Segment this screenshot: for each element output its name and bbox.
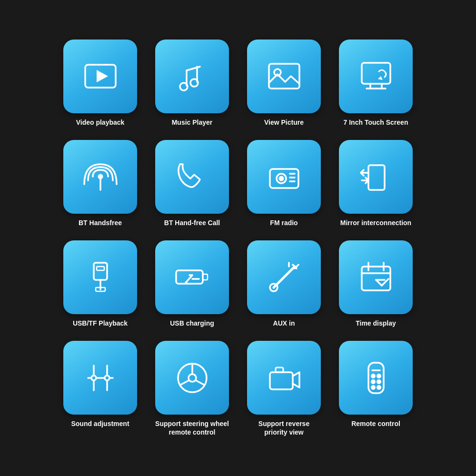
svg-rect-24 [94, 263, 107, 280]
svg-rect-21 [368, 165, 385, 190]
feature-label-usb-tf: USB/TF Playback [73, 319, 128, 327]
icon-box-usb-tf [63, 240, 137, 314]
feature-item-steering-wheel[interactable]: Support steering wheel remote control [153, 341, 231, 436]
feature-item-usb-tf[interactable]: USB/TF Playback [61, 240, 139, 327]
icon-box-video-playback [63, 40, 137, 113]
svg-rect-60 [276, 367, 283, 372]
svg-rect-38 [362, 267, 390, 290]
icon-box-usb-charging [155, 240, 229, 314]
svg-rect-61 [368, 363, 384, 393]
svg-line-4 [187, 67, 200, 70]
icon-box-remote-control [339, 341, 413, 415]
feature-item-bt-call[interactable]: BT Hand-free Call [153, 140, 231, 227]
icon-box-touch-screen [339, 40, 413, 113]
svg-line-30 [186, 275, 192, 283]
svg-point-63 [371, 374, 375, 377]
svg-line-43 [376, 280, 382, 286]
icon-box-reverse-view [247, 341, 321, 415]
svg-point-64 [377, 374, 380, 377]
icon-box-bt-call [155, 140, 229, 214]
svg-marker-1 [97, 70, 108, 82]
svg-line-58 [196, 380, 205, 385]
svg-rect-15 [270, 169, 298, 188]
icon-box-steering-wheel [155, 341, 229, 415]
svg-rect-59 [270, 372, 293, 389]
svg-rect-7 [269, 64, 299, 89]
feature-item-mirror[interactable]: Mirror interconnection [337, 140, 415, 227]
feature-item-time-display[interactable]: Time display [337, 240, 415, 327]
feature-label-mirror: Mirror interconnection [340, 218, 411, 227]
svg-point-5 [180, 83, 188, 90]
feature-label-video-playback: Video playback [76, 118, 125, 127]
icon-box-music-player [155, 40, 229, 113]
feature-label-touch-screen: 7 Inch Touch Screen [344, 118, 408, 127]
feature-item-bt-handsfree[interactable]: BT Handsfree [61, 140, 139, 227]
feature-label-usb-charging: USB charging [170, 319, 214, 327]
icon-box-time-display [339, 240, 413, 314]
feature-label-reverse-view: Support reverse priority view [247, 419, 321, 436]
svg-point-66 [377, 380, 380, 383]
feature-label-sound-adjustment: Sound adjustment [71, 419, 129, 428]
svg-point-14 [99, 175, 102, 178]
feature-item-view-picture[interactable]: View Picture [245, 40, 323, 127]
icon-box-bt-handsfree [63, 140, 137, 214]
feature-label-time-display: Time display [356, 319, 396, 327]
feature-item-music-player[interactable]: Music Player [153, 40, 231, 127]
icon-box-mirror [339, 140, 413, 214]
icon-box-sound-adjustment [63, 341, 137, 415]
svg-point-17 [279, 177, 283, 180]
feature-item-fm-radio[interactable]: FM radio [245, 140, 323, 227]
icon-box-view-picture [247, 40, 321, 113]
feature-label-steering-wheel: Support steering wheel remote control [155, 419, 229, 436]
feature-label-fm-radio: FM radio [270, 218, 298, 227]
svg-point-68 [377, 386, 380, 389]
feature-item-sound-adjustment[interactable]: Sound adjustment [61, 341, 139, 436]
svg-line-57 [180, 380, 189, 385]
svg-rect-25 [97, 267, 104, 270]
features-grid: Video playbackMusic PlayerView Picture7 … [42, 20, 434, 456]
feature-label-view-picture: View Picture [264, 118, 304, 127]
icon-box-aux-in [247, 240, 321, 314]
feature-item-reverse-view[interactable]: Support reverse priority view [245, 341, 323, 436]
svg-point-65 [371, 380, 375, 383]
feature-item-aux-in[interactable]: AUX in [245, 240, 323, 327]
feature-item-usb-charging[interactable]: USB charging [153, 240, 231, 327]
feature-label-aux-in: AUX in [273, 319, 295, 327]
svg-point-48 [105, 376, 109, 380]
feature-label-bt-call: BT Hand-free Call [164, 218, 220, 227]
feature-item-video-playback[interactable]: Video playback [61, 40, 139, 127]
svg-point-6 [190, 79, 198, 87]
feature-label-bt-handsfree: BT Handsfree [79, 218, 122, 227]
svg-rect-28 [176, 270, 203, 284]
svg-point-67 [371, 386, 375, 389]
feature-item-touch-screen[interactable]: 7 Inch Touch Screen [337, 40, 415, 127]
feature-label-remote-control: Remote control [351, 419, 400, 428]
icon-box-fm-radio [247, 140, 321, 214]
feature-item-remote-control[interactable]: Remote control [337, 341, 415, 436]
feature-label-music-player: Music Player [172, 118, 213, 127]
